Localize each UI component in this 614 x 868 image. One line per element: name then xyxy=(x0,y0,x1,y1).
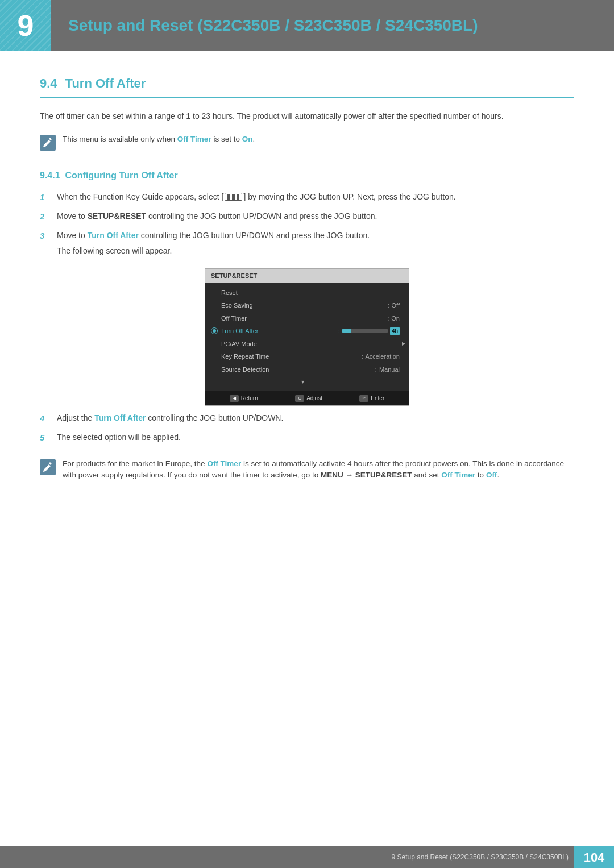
chapter-title: Setup and Reset (S22C350B / S23C350B / S… xyxy=(68,15,478,36)
steps-list: 1 When the Function Key Guide appears, s… xyxy=(40,190,574,257)
screen-row-source-detection: Source Detection : Manual xyxy=(205,363,409,376)
screen-row-eco-saving: Eco Saving : Off xyxy=(205,299,409,312)
screen-row-down-arrow: ▾ xyxy=(205,376,409,388)
return-icon: ◀ xyxy=(230,395,239,402)
screen-menu: Reset Eco Saving : Off Off Timer : On xyxy=(205,283,409,392)
enter-icon: ↵ xyxy=(359,395,368,402)
section-heading: 9.4 Turn Off After xyxy=(40,74,574,98)
note-box-2: For products for the market in Europe, t… xyxy=(40,456,574,484)
progress-bar xyxy=(342,329,388,333)
step-4-text: Adjust the Turn Off After controlling th… xyxy=(57,412,574,424)
pencil-icon-2 xyxy=(43,462,53,472)
progress-label: 4h xyxy=(390,327,400,335)
step-2-text: Move to SETUP&RESET controlling the JOG … xyxy=(57,210,574,222)
footer-text: 9 Setup and Reset (S22C350B / S23C350B /… xyxy=(0,852,574,862)
selection-dot-icon xyxy=(211,327,218,334)
body-text: The off timer can be set within a range … xyxy=(40,110,574,122)
screen-row-off-timer: Off Timer : On xyxy=(205,312,409,325)
step-3: 3 Move to Turn Off After controlling the… xyxy=(40,229,574,257)
step-4-number: 4 xyxy=(40,412,50,425)
progress-fill xyxy=(342,329,351,333)
step-5-number: 5 xyxy=(40,431,50,445)
step-5-text: The selected option will be applied. xyxy=(57,431,574,443)
screen-row-turn-off-after: Turn Off After : 4h xyxy=(205,325,409,338)
step-1: 1 When the Function Key Guide appears, s… xyxy=(40,190,574,204)
section-number: 9.4 xyxy=(40,74,57,93)
steps-list-2: 4 Adjust the Turn Off After controlling … xyxy=(40,412,574,445)
screen-row-reset: Reset xyxy=(205,286,409,300)
chapter-number: 9 xyxy=(0,0,51,51)
step-4: 4 Adjust the Turn Off After controlling … xyxy=(40,412,574,425)
subsection-heading: 9.4.1 Configuring Turn Off After xyxy=(40,169,574,182)
step-2: 2 Move to SETUP&RESET controlling the JO… xyxy=(40,210,574,223)
progress-bar-container: 4h xyxy=(342,327,400,335)
step-1-text: When the Function Key Guide appears, sel… xyxy=(57,190,574,203)
adjust-button: ⊕ Adjust xyxy=(295,394,322,402)
screen-container: SETUP&RESET Reset Eco Saving : Off Off T… xyxy=(40,268,574,406)
screen-row-pcav-mode: PC/AV Mode xyxy=(205,338,409,351)
note-icon-2 xyxy=(40,459,56,475)
note-text-1: This menu is available only when Off Tim… xyxy=(63,134,255,145)
main-content: 9.4 Turn Off After The off timer can be … xyxy=(0,51,614,527)
chapter-header: 9 Setup and Reset (S22C350B / S23C350B /… xyxy=(0,0,614,51)
screen-header: SETUP&RESET xyxy=(205,269,409,283)
screen-footer: ◀ Return ⊕ Adjust ↵ Enter xyxy=(205,391,409,405)
screen-row-key-repeat: Key Repeat Time : Acceleration xyxy=(205,350,409,363)
step-3-text: Move to Turn Off After controlling the J… xyxy=(57,229,574,257)
page-footer: 9 Setup and Reset (S22C350B / S23C350B /… xyxy=(0,846,614,868)
return-button: ◀ Return xyxy=(230,394,258,402)
note-text-2: For products for the market in Europe, t… xyxy=(63,458,574,481)
note-icon-1 xyxy=(40,135,56,151)
step-1-number: 1 xyxy=(40,190,50,204)
note-box-1: This menu is available only when Off Tim… xyxy=(40,131,574,153)
screen-mockup: SETUP&RESET Reset Eco Saving : Off Off T… xyxy=(205,268,409,406)
chapter-title-block: Setup and Reset (S22C350B / S23C350B / S… xyxy=(51,0,614,51)
step-3-number: 3 xyxy=(40,229,50,243)
enter-button: ↵ Enter xyxy=(359,394,384,402)
step-5: 5 The selected option will be applied. xyxy=(40,431,574,445)
page-number: 104 xyxy=(574,846,614,868)
adjust-icon: ⊕ xyxy=(295,395,304,402)
jog-icon xyxy=(225,193,242,201)
pencil-icon xyxy=(43,138,53,148)
step-2-number: 2 xyxy=(40,210,50,223)
section-title: Turn Off After xyxy=(65,74,146,93)
